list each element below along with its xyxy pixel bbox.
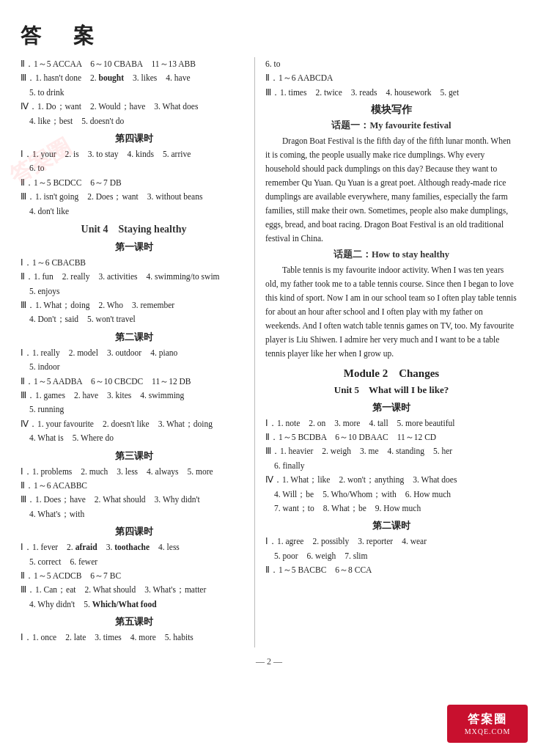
heading-unit4-s4: 第四课时	[21, 525, 247, 538]
left-block-2: Ⅰ．1. your 2. is 3. to stay 4. kinds 5. a…	[21, 147, 247, 218]
left-block-5: Ⅰ．1. problems 2. much 3. less 4. always …	[21, 465, 247, 521]
left-block-3: Ⅰ．1～6 CBACBB Ⅱ．1. fun 2. really 3. activ…	[21, 256, 247, 326]
right-column: 6. to Ⅱ．1～6 AABCDA Ⅲ．1. times 2. twice 3…	[255, 57, 517, 647]
line: Ⅱ．1～5 BACBC 6～8 CCA	[265, 563, 517, 576]
line: 5. to drink	[21, 86, 247, 99]
line: Ⅱ．1～5 BCDBA 6～10 DBAAC 11～12 CD	[265, 430, 517, 444]
line: 4. Will；be 5. Who/Whom；with 6. How much	[265, 488, 517, 501]
line: 4. What's；with	[21, 507, 247, 521]
two-column-layout: Ⅱ．1～5 ACCAA 6～10 CBABA 11～13 ABB Ⅲ．1. ha…	[21, 57, 517, 647]
left-block-1: Ⅱ．1～5 ACCAA 6～10 CBABA 11～13 ABB Ⅲ．1. ha…	[21, 57, 247, 128]
line: 4. Why didn't 5. Which/What food	[21, 598, 247, 611]
line: Ⅰ．1. note 2. on 3. more 4. tall 5. more …	[265, 416, 517, 430]
right-top-block: 6. to Ⅱ．1～6 AABCDA Ⅲ．1. times 2. twice 3…	[265, 57, 517, 99]
line: Ⅱ．1～5 BCDCC 6～7 DB	[21, 176, 247, 189]
line: 5. enjoys	[21, 285, 247, 298]
line: Ⅰ．1. fever 2. afraid 3. toothache 4. les…	[21, 540, 247, 554]
line: Ⅳ．1. Do；want 2. Would；have 3. What does	[21, 100, 247, 113]
watermark-box: 答案圈 MXQE.COM	[447, 705, 528, 743]
line: 4. don't like	[21, 205, 247, 218]
heading-unit4-s1: 第一课时	[21, 241, 247, 254]
line: Ⅰ．1. problems 2. much 3. less 4. always …	[21, 465, 247, 478]
line: 6. to	[265, 57, 517, 70]
unit5-s1-heading: 第一课时	[265, 401, 517, 414]
line: 4. What is 5. Where do	[21, 431, 247, 444]
line: Ⅰ．1. once 2. late 3. times 4. more 5. ha…	[21, 631, 247, 644]
line: Ⅳ．1. What；like 2. won't；anything 3. What…	[265, 473, 517, 486]
line: 7. want；to 8. What；be 9. How much	[265, 502, 517, 515]
line: Ⅲ．1. Can；eat 2. What should 3. What's；ma…	[21, 583, 247, 596]
topic2-paragraph: Table tennis is my favourite indoor acti…	[265, 263, 517, 361]
unit5-s1-block: Ⅰ．1. note 2. on 3. more 4. tall 5. more …	[265, 416, 517, 515]
line: 5. poor 6. weigh 7. slim	[265, 549, 517, 562]
line: Ⅲ．1. Does；have 2. What should 3. Why did…	[21, 493, 247, 506]
line: Ⅳ．1. your favourite 2. doesn't like 3. W…	[21, 417, 247, 430]
line: Ⅱ．1. fun 2. really 3. activities 4. swim…	[21, 270, 247, 283]
line: Ⅱ．1～6 ACABBC	[21, 479, 247, 492]
page-number: — 2 —	[21, 656, 517, 667]
line: Ⅰ．1. really 2. model 3. outdoor 4. piano	[21, 346, 247, 359]
left-column: Ⅱ．1～5 ACCAA 6～10 CBABA 11～13 ABB Ⅲ．1. ha…	[21, 57, 255, 647]
page-title: 答 案	[21, 22, 517, 50]
topic1-paragraph: Dragon Boat Festival is the fifth day of…	[265, 134, 517, 246]
line: Ⅰ．1. agree 2. possibly 3. reporter 4. we…	[265, 535, 517, 548]
watermark-top-text: 答案圈	[468, 712, 507, 727]
line: Ⅰ．1～6 CBACBB	[21, 256, 247, 269]
writing-section-title: 模块写作	[265, 103, 517, 117]
line: Ⅲ．1. isn't going 2. Does；want 3. without…	[21, 190, 247, 203]
module2-heading: Module 2 Changes	[265, 367, 517, 381]
topic2-title: 话题二：How to stay healthy	[265, 249, 517, 261]
line: 6. finally	[265, 459, 517, 472]
unit4-heading: Unit 4 Staying healthy	[21, 223, 247, 236]
line: 6. to	[21, 161, 247, 175]
line: 5. running	[21, 403, 247, 416]
heading-unit4-s2: 第二课时	[21, 331, 247, 344]
line: 5. indoor	[21, 360, 247, 373]
line: Ⅲ．1. games 2. have 3. kites 4. swimming	[21, 389, 247, 402]
line: 4. Don't；said 5. won't travel	[21, 312, 247, 326]
line: 5. correct 6. fewer	[21, 555, 247, 568]
line: Ⅲ．1. What；doing 2. Who 3. remember	[21, 298, 247, 312]
unit5-heading: Unit 5 What will I be like?	[265, 383, 517, 397]
line: Ⅲ．1. hasn't done 2. bought 3. likes 4. h…	[21, 71, 247, 84]
left-block-4: Ⅰ．1. really 2. model 3. outdoor 4. piano…	[21, 346, 247, 445]
watermark-bottom-text: MXQE.COM	[465, 727, 511, 735]
heading-unit4-s5: 第五课时	[21, 615, 247, 628]
topic1-title: 话题一：My favourite festival	[265, 120, 517, 132]
line: Ⅲ．1. times 2. twice 3. reads 4. housewor…	[265, 86, 517, 99]
line: Ⅱ．1～5 AADBA 6～10 CBCDC 11～12 DB	[21, 375, 247, 388]
heading-4: 第四课时	[21, 132, 247, 145]
line: Ⅰ．1. your 2. is 3. to stay 4. kinds 5. a…	[21, 147, 247, 161]
heading-unit4-s3: 第三课时	[21, 449, 247, 463]
line: 4. like；best 5. doesn't do	[21, 114, 247, 128]
line: Ⅱ．1～5 ACDCB 6～7 BC	[21, 569, 247, 582]
line: Ⅱ．1～5 ACCAA 6～10 CBABA 11～13 ABB	[21, 57, 247, 70]
unit5-s2-heading: 第二课时	[265, 519, 517, 532]
line: Ⅱ．1～6 AABCDA	[265, 71, 517, 84]
line: Ⅲ．1. heavier 2. weigh 3. me 4. standing …	[265, 444, 517, 458]
left-block-6: Ⅰ．1. fever 2. afraid 3. toothache 4. les…	[21, 540, 247, 611]
left-block-7: Ⅰ．1. once 2. late 3. times 4. more 5. ha…	[21, 631, 247, 644]
page: 答 案 Ⅱ．1～5 ACCAA 6～10 CBABA 11～13 ABB Ⅲ．1…	[0, 0, 538, 756]
unit5-s2-block: Ⅰ．1. agree 2. possibly 3. reporter 4. we…	[265, 535, 517, 576]
